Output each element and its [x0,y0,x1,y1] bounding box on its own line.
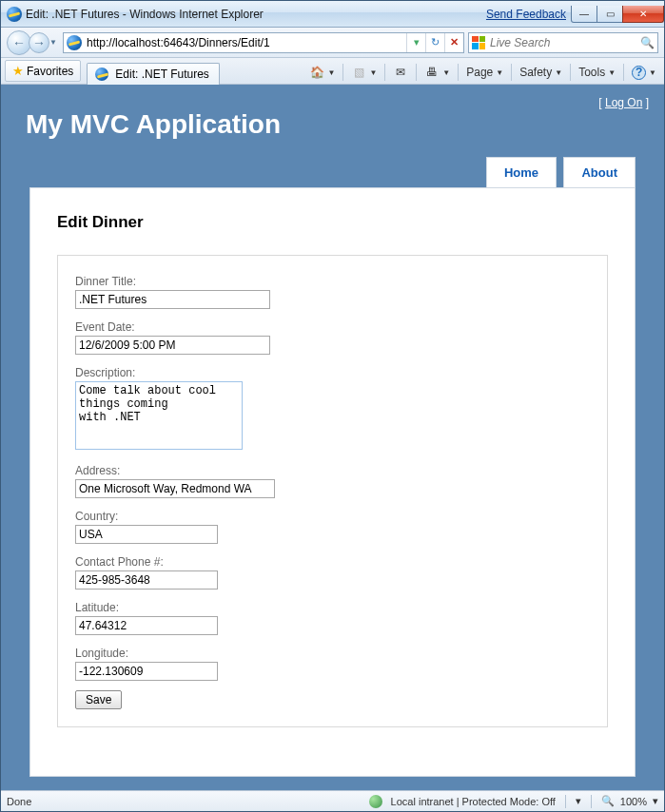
country-input[interactable] [75,525,218,544]
stop-button[interactable]: ✕ [444,33,463,52]
app-nav: Home About [1,157,664,188]
dinner-title-input[interactable] [75,290,270,309]
longitude-label: Longitude: [75,647,590,660]
feeds-button[interactable]: ▧▼ [347,63,381,82]
read-mail-button[interactable]: ✉ [389,63,412,82]
zoom-dropdown[interactable]: ▾ [653,795,658,807]
safety-menu[interactable]: Safety ▼ [516,64,566,81]
viewport: [ Log On ] My MVC Application Home About… [1,85,664,790]
window-controls: — ▭ ✕ [572,6,664,23]
event-date-input[interactable] [75,336,270,355]
separator [565,795,566,808]
browser-window: Edit: .NET Futures - Windows Internet Ex… [0,0,665,812]
description-textarea[interactable] [75,381,243,450]
command-bar: 🏠▼ ▧▼ ✉ 🖶▼ Page ▼ Safety ▼ Tools ▼ ?▼ [305,63,660,82]
status-bar: Done Local intranet | Protected Mode: Of… [1,790,664,811]
zone-icon [369,795,382,808]
latitude-label: Latitude: [75,601,590,614]
ie-icon [7,7,22,22]
refresh-button[interactable]: ↻ [425,33,444,52]
tools-menu[interactable]: Tools ▼ [575,64,619,81]
print-icon: 🖶 [424,65,440,80]
zoom-level: 100% [620,796,647,807]
separator [511,64,512,81]
favicon-icon [67,35,82,50]
separator [591,795,592,808]
print-button[interactable]: 🖶▼ [421,63,454,82]
address-label: Address: [75,464,590,477]
nav-bar: ← → ▼ ▾ ↻ ✕ 🔍 [1,28,664,58]
maximize-button[interactable]: ▭ [597,6,623,23]
page-menu[interactable]: Page ▼ [462,64,507,81]
edit-form: Dinner Title: Event Date: Description: A… [57,255,608,727]
live-search-icon [472,36,485,49]
separator [570,64,571,81]
protected-mode-dropdown[interactable]: ▾ [576,795,581,807]
favorites-label: Favorites [27,65,73,78]
url-input[interactable] [85,36,406,49]
home-icon: 🏠 [309,65,324,80]
favorites-button[interactable]: ★ Favorites [5,60,81,82]
nav-buttons: ← → ▼ [7,30,59,55]
address-bar[interactable]: ▾ ↻ ✕ [63,32,464,53]
logon-area: [ Log On ] [598,96,649,109]
zone-text: Local intranet | Protected Mode: Off [391,796,556,807]
save-button[interactable]: Save [75,690,122,709]
phone-label: Contact Phone #: [75,555,590,569]
minimize-button[interactable]: — [571,6,597,23]
longitude-input[interactable] [75,662,218,681]
app-title: My MVC Application [1,109,664,157]
tab-bar: ★ Favorites Edit: .NET Futures 🏠▼ ▧▼ ✉ 🖶… [1,58,664,85]
help-button[interactable]: ?▼ [628,64,660,82]
separator [384,64,385,81]
home-button[interactable]: 🏠▼ [305,63,339,82]
mail-icon: ✉ [393,65,408,80]
search-input[interactable] [488,35,636,50]
send-feedback-link[interactable]: Send Feedback [486,8,566,21]
phone-input[interactable] [75,570,218,590]
forward-button[interactable]: → [29,32,49,53]
logon-link[interactable]: Log On [605,96,642,109]
latitude-input[interactable] [75,616,218,635]
separator [623,64,624,81]
separator [416,64,417,81]
address-input[interactable] [75,479,275,498]
window-title: Edit: .NET Futures - Windows Internet Ex… [26,8,486,21]
country-label: Country: [75,510,590,523]
title-bar: Edit: .NET Futures - Windows Internet Ex… [1,1,664,28]
close-button[interactable]: ✕ [622,6,664,23]
dinner-title-label: Dinner Title: [75,275,590,288]
tab-title: Edit: .NET Futures [115,68,208,81]
account-bar: [ Log On ] [1,85,664,115]
zoom-icon: 🔍 [601,795,615,807]
nav-about[interactable]: About [563,157,636,188]
status-right: Local intranet | Protected Mode: Off ▾ 🔍… [362,795,658,808]
rss-icon: ▧ [351,65,366,80]
separator [458,64,459,81]
star-icon: ★ [12,64,24,78]
address-dropdown[interactable]: ▾ [406,33,425,52]
search-box[interactable]: 🔍 [468,32,658,53]
status-text: Done [7,796,31,807]
page-heading: Edit Dinner [57,213,608,232]
event-date-label: Event Date: [75,320,590,334]
main-panel: Edit Dinner Dinner Title: Event Date: De… [29,187,636,777]
description-label: Description: [75,366,590,379]
page: [ Log On ] My MVC Application Home About… [1,85,664,790]
tab-favicon-icon [95,68,108,81]
search-button[interactable]: 🔍 [636,36,657,49]
help-icon: ? [632,66,646,80]
nav-home[interactable]: Home [486,157,557,188]
active-tab[interactable]: Edit: .NET Futures [87,63,219,85]
separator [342,64,343,81]
nav-history-dropdown[interactable]: ▼ [49,38,59,47]
